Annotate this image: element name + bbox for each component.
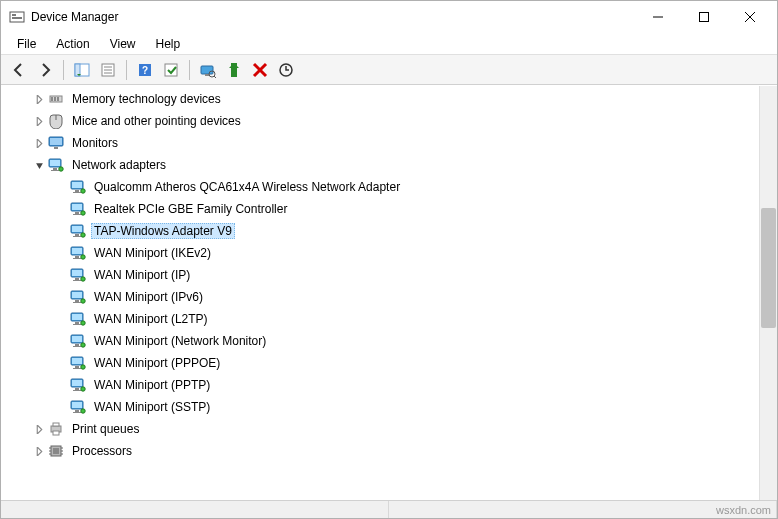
menu-action[interactable]: Action: [46, 35, 99, 53]
tree-node-label: WAN Miniport (IKEv2): [91, 245, 214, 261]
tree-node-label: Processors: [69, 443, 135, 459]
svg-rect-38: [72, 182, 82, 188]
update-driver-button[interactable]: [274, 58, 298, 82]
svg-rect-45: [73, 214, 81, 215]
svg-rect-78: [72, 358, 82, 364]
svg-rect-4: [700, 13, 709, 22]
svg-rect-80: [73, 368, 81, 369]
tree-node[interactable]: Network adapters: [1, 154, 759, 176]
svg-rect-94: [53, 431, 59, 435]
menu-file[interactable]: File: [7, 35, 46, 53]
expander-spacer: [53, 179, 69, 195]
svg-rect-53: [72, 248, 82, 254]
forward-button[interactable]: [33, 58, 57, 82]
tree-node[interactable]: WAN Miniport (L2TP): [1, 308, 759, 330]
tree-node-label: Mice and other pointing devices: [69, 113, 244, 129]
svg-text:?: ?: [142, 65, 148, 76]
tree-node[interactable]: WAN Miniport (IPv6): [1, 286, 759, 308]
svg-rect-58: [72, 270, 82, 276]
chevron-right-icon[interactable]: [31, 135, 47, 151]
svg-point-91: [81, 409, 85, 413]
scrollbar-thumb[interactable]: [761, 208, 776, 328]
svg-rect-63: [72, 292, 82, 298]
expander-spacer: [53, 289, 69, 305]
svg-rect-35: [51, 170, 59, 171]
expander-spacer: [53, 355, 69, 371]
svg-rect-90: [73, 412, 81, 413]
menu-help[interactable]: Help: [146, 35, 191, 53]
tree-node[interactable]: Monitors: [1, 132, 759, 154]
chevron-down-icon[interactable]: [31, 157, 47, 173]
svg-point-41: [81, 189, 85, 193]
chevron-right-icon[interactable]: [31, 113, 47, 129]
svg-rect-40: [73, 192, 81, 193]
maximize-button[interactable]: [681, 2, 727, 32]
network-icon: [69, 398, 87, 416]
properties-button[interactable]: [96, 58, 120, 82]
scan-hardware-button[interactable]: [196, 58, 220, 82]
tree-node[interactable]: Processors: [1, 440, 759, 462]
minimize-button[interactable]: [635, 2, 681, 32]
window-title: Device Manager: [31, 10, 635, 24]
svg-point-71: [81, 321, 85, 325]
close-button[interactable]: [727, 2, 773, 32]
tree-node-label: Print queues: [69, 421, 142, 437]
network-icon: [69, 310, 87, 328]
back-button[interactable]: [7, 58, 31, 82]
printer-icon: [47, 420, 65, 438]
expander-spacer: [53, 201, 69, 217]
network-icon: [69, 266, 87, 284]
add-hardware-button[interactable]: [222, 58, 246, 82]
chevron-right-icon[interactable]: [31, 443, 47, 459]
tree-node[interactable]: TAP-Windows Adapter V9: [1, 220, 759, 242]
chevron-right-icon[interactable]: [31, 421, 47, 437]
svg-rect-79: [75, 366, 79, 368]
tree-node[interactable]: WAN Miniport (Network Monitor): [1, 330, 759, 352]
svg-rect-55: [73, 258, 81, 259]
tree-node[interactable]: WAN Miniport (SSTP): [1, 396, 759, 418]
tree-node[interactable]: Print queues: [1, 418, 759, 440]
tree-node[interactable]: Memory technology devices: [1, 88, 759, 110]
tree-node-label: Qualcomm Atheros QCA61x4A Wireless Netwo…: [91, 179, 403, 195]
tree-node-label: Memory technology devices: [69, 91, 224, 107]
action-button[interactable]: [159, 58, 183, 82]
device-tree[interactable]: Memory technology devicesMice and other …: [1, 86, 759, 502]
svg-rect-26: [54, 97, 56, 101]
svg-rect-27: [57, 97, 59, 101]
tree-node[interactable]: WAN Miniport (IP): [1, 264, 759, 286]
svg-rect-83: [72, 380, 82, 386]
svg-point-36: [59, 167, 63, 171]
app-icon: [9, 9, 25, 25]
memory-icon: [47, 90, 65, 108]
svg-rect-17: [205, 74, 209, 76]
svg-point-46: [81, 211, 85, 215]
uninstall-button[interactable]: [248, 58, 272, 82]
content-pane: Memory technology devicesMice and other …: [1, 85, 777, 502]
svg-rect-85: [73, 390, 81, 391]
tree-node[interactable]: Mice and other pointing devices: [1, 110, 759, 132]
tree-node-label: WAN Miniport (IP): [91, 267, 193, 283]
statusbar: [1, 500, 777, 518]
tree-node[interactable]: WAN Miniport (PPTP): [1, 374, 759, 396]
tree-node[interactable]: WAN Miniport (PPPOE): [1, 352, 759, 374]
cpu-icon: [47, 442, 65, 460]
tree-node[interactable]: Qualcomm Atheros QCA61x4A Wireless Netwo…: [1, 176, 759, 198]
tree-node[interactable]: Realtek PCIe GBE Family Controller: [1, 198, 759, 220]
svg-point-86: [81, 387, 85, 391]
expander-spacer: [53, 245, 69, 261]
svg-rect-73: [72, 336, 82, 342]
network-icon: [69, 200, 87, 218]
svg-rect-70: [73, 324, 81, 325]
svg-point-81: [81, 365, 85, 369]
svg-rect-39: [75, 190, 79, 192]
menu-view[interactable]: View: [100, 35, 146, 53]
svg-point-66: [81, 299, 85, 303]
svg-rect-60: [73, 280, 81, 281]
show-hide-console-tree-button[interactable]: [70, 58, 94, 82]
help-button[interactable]: ?: [133, 58, 157, 82]
svg-rect-96: [53, 448, 59, 454]
chevron-right-icon[interactable]: [31, 91, 47, 107]
tree-node[interactable]: WAN Miniport (IKEv2): [1, 242, 759, 264]
monitor-icon: [47, 134, 65, 152]
vertical-scrollbar[interactable]: [759, 86, 777, 502]
